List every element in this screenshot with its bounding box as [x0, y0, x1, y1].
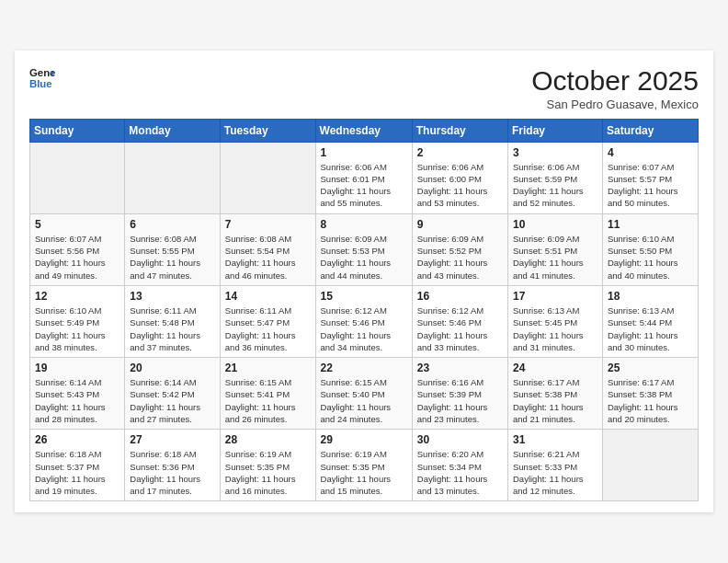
month-title: October 2025 [531, 65, 699, 96]
day-number: 1 [321, 146, 407, 159]
day-number: 13 [130, 290, 214, 303]
day-number: 26 [35, 433, 119, 446]
cell-w5-d3: 28Sunrise: 6:19 AM Sunset: 5:35 PM Dayli… [220, 430, 315, 501]
header-tuesday: Tuesday [220, 119, 315, 142]
cell-w2-d4: 8Sunrise: 6:09 AM Sunset: 5:53 PM Daylig… [315, 213, 412, 285]
title-block: October 2025 San Pedro Guasave, Mexico [531, 65, 699, 111]
week-row-2: 5Sunrise: 6:07 AM Sunset: 5:56 PM Daylig… [30, 213, 699, 285]
cell-w4-d5: 23Sunrise: 6:16 AM Sunset: 5:39 PM Dayli… [412, 358, 507, 430]
day-number: 19 [35, 362, 119, 374]
header: General Blue October 2025 San Pedro Guas… [29, 65, 699, 111]
cell-w3-d3: 14Sunrise: 6:11 AM Sunset: 5:47 PM Dayli… [220, 285, 315, 357]
day-info: Sunrise: 6:19 AM Sunset: 5:35 PM Dayligh… [225, 448, 311, 497]
day-info: Sunrise: 6:17 AM Sunset: 5:38 PM Dayligh… [608, 376, 693, 425]
week-row-1: 1Sunrise: 6:06 AM Sunset: 6:01 PM Daylig… [30, 142, 699, 213]
day-number: 24 [513, 362, 597, 374]
day-number: 27 [130, 433, 214, 446]
cell-w1-d3 [220, 142, 315, 213]
cell-w2-d7: 11Sunrise: 6:10 AM Sunset: 5:50 PM Dayli… [602, 213, 698, 285]
day-info: Sunrise: 6:18 AM Sunset: 5:36 PM Dayligh… [130, 448, 214, 497]
day-info: Sunrise: 6:09 AM Sunset: 5:53 PM Dayligh… [321, 233, 407, 282]
day-info: Sunrise: 6:18 AM Sunset: 5:37 PM Dayligh… [35, 448, 119, 497]
day-number: 23 [417, 362, 503, 374]
logo: General Blue [29, 65, 55, 91]
day-info: Sunrise: 6:06 AM Sunset: 6:00 PM Dayligh… [417, 161, 503, 210]
day-info: Sunrise: 6:16 AM Sunset: 5:39 PM Dayligh… [417, 376, 503, 425]
cell-w2-d3: 7Sunrise: 6:08 AM Sunset: 5:54 PM Daylig… [220, 213, 315, 285]
day-info: Sunrise: 6:12 AM Sunset: 5:46 PM Dayligh… [417, 304, 503, 353]
day-number: 14 [225, 290, 311, 303]
day-number: 8 [321, 218, 407, 231]
day-info: Sunrise: 6:17 AM Sunset: 5:38 PM Dayligh… [513, 376, 597, 425]
day-info: Sunrise: 6:08 AM Sunset: 5:54 PM Dayligh… [225, 233, 311, 282]
week-row-4: 19Sunrise: 6:14 AM Sunset: 5:43 PM Dayli… [30, 358, 699, 430]
day-info: Sunrise: 6:09 AM Sunset: 5:52 PM Dayligh… [417, 233, 503, 282]
cell-w5-d5: 30Sunrise: 6:20 AM Sunset: 5:34 PM Dayli… [412, 430, 507, 501]
cell-w3-d4: 15Sunrise: 6:12 AM Sunset: 5:46 PM Dayli… [315, 285, 412, 357]
day-number: 20 [130, 362, 214, 374]
cell-w3-d6: 17Sunrise: 6:13 AM Sunset: 5:45 PM Dayli… [508, 285, 603, 357]
cell-w4-d7: 25Sunrise: 6:17 AM Sunset: 5:38 PM Dayli… [602, 358, 698, 430]
day-number: 10 [513, 218, 597, 231]
cell-w4-d4: 22Sunrise: 6:15 AM Sunset: 5:40 PM Dayli… [315, 358, 412, 430]
day-number: 5 [35, 218, 119, 231]
cell-w4-d3: 21Sunrise: 6:15 AM Sunset: 5:41 PM Dayli… [220, 358, 315, 430]
week-row-3: 12Sunrise: 6:10 AM Sunset: 5:49 PM Dayli… [30, 285, 699, 357]
cell-w5-d4: 29Sunrise: 6:19 AM Sunset: 5:35 PM Dayli… [315, 430, 412, 501]
calendar-container: General Blue October 2025 San Pedro Guas… [15, 51, 713, 513]
day-info: Sunrise: 6:13 AM Sunset: 5:45 PM Dayligh… [513, 304, 597, 353]
day-number: 21 [225, 362, 311, 374]
weekday-header-row: Sunday Monday Tuesday Wednesday Thursday… [30, 119, 699, 142]
day-info: Sunrise: 6:15 AM Sunset: 5:41 PM Dayligh… [225, 376, 311, 425]
day-info: Sunrise: 6:21 AM Sunset: 5:33 PM Dayligh… [513, 448, 597, 497]
cell-w2-d6: 10Sunrise: 6:09 AM Sunset: 5:51 PM Dayli… [508, 213, 603, 285]
day-number: 4 [608, 146, 693, 159]
cell-w4-d2: 20Sunrise: 6:14 AM Sunset: 5:42 PM Dayli… [125, 358, 220, 430]
day-info: Sunrise: 6:19 AM Sunset: 5:35 PM Dayligh… [321, 448, 407, 497]
cell-w2-d5: 9Sunrise: 6:09 AM Sunset: 5:52 PM Daylig… [412, 213, 507, 285]
day-number: 31 [513, 433, 597, 446]
cell-w3-d1: 12Sunrise: 6:10 AM Sunset: 5:49 PM Dayli… [30, 285, 125, 357]
cell-w2-d1: 5Sunrise: 6:07 AM Sunset: 5:56 PM Daylig… [30, 213, 125, 285]
cell-w2-d2: 6Sunrise: 6:08 AM Sunset: 5:55 PM Daylig… [125, 213, 220, 285]
day-info: Sunrise: 6:20 AM Sunset: 5:34 PM Dayligh… [417, 448, 503, 497]
day-number: 7 [225, 218, 311, 231]
day-number: 3 [513, 146, 597, 159]
day-number: 17 [513, 290, 597, 303]
day-number: 6 [130, 218, 214, 231]
day-info: Sunrise: 6:12 AM Sunset: 5:46 PM Dayligh… [321, 304, 407, 353]
cell-w4-d1: 19Sunrise: 6:14 AM Sunset: 5:43 PM Dayli… [30, 358, 125, 430]
cell-w1-d4: 1Sunrise: 6:06 AM Sunset: 6:01 PM Daylig… [315, 142, 412, 213]
header-saturday: Saturday [602, 119, 698, 142]
svg-text:Blue: Blue [29, 77, 52, 88]
cell-w1-d1 [30, 142, 125, 213]
day-number: 28 [225, 433, 311, 446]
day-info: Sunrise: 6:11 AM Sunset: 5:47 PM Dayligh… [225, 304, 311, 353]
header-sunday: Sunday [30, 119, 125, 142]
day-number: 30 [417, 433, 503, 446]
day-number: 12 [35, 290, 119, 303]
cell-w1-d5: 2Sunrise: 6:06 AM Sunset: 6:00 PM Daylig… [412, 142, 507, 213]
day-number: 2 [417, 146, 503, 159]
day-number: 25 [608, 362, 693, 374]
header-friday: Friday [508, 119, 603, 142]
day-info: Sunrise: 6:06 AM Sunset: 6:01 PM Dayligh… [321, 161, 407, 210]
day-number: 11 [608, 218, 693, 231]
location: San Pedro Guasave, Mexico [531, 98, 699, 111]
day-info: Sunrise: 6:14 AM Sunset: 5:43 PM Dayligh… [35, 376, 119, 425]
cell-w1-d2 [125, 142, 220, 213]
day-number: 16 [417, 290, 503, 303]
day-number: 9 [417, 218, 503, 231]
header-monday: Monday [125, 119, 220, 142]
day-number: 15 [321, 290, 407, 303]
day-info: Sunrise: 6:07 AM Sunset: 5:56 PM Dayligh… [35, 233, 119, 282]
day-number: 22 [321, 362, 407, 374]
day-info: Sunrise: 6:06 AM Sunset: 5:59 PM Dayligh… [513, 161, 597, 210]
logo-icon: General Blue [29, 65, 55, 91]
day-number: 29 [321, 433, 407, 446]
day-info: Sunrise: 6:09 AM Sunset: 5:51 PM Dayligh… [513, 233, 597, 282]
day-info: Sunrise: 6:08 AM Sunset: 5:55 PM Dayligh… [130, 233, 214, 282]
cell-w5-d1: 26Sunrise: 6:18 AM Sunset: 5:37 PM Dayli… [30, 430, 125, 501]
calendar-body: 1Sunrise: 6:06 AM Sunset: 6:01 PM Daylig… [30, 142, 699, 501]
header-wednesday: Wednesday [315, 119, 412, 142]
